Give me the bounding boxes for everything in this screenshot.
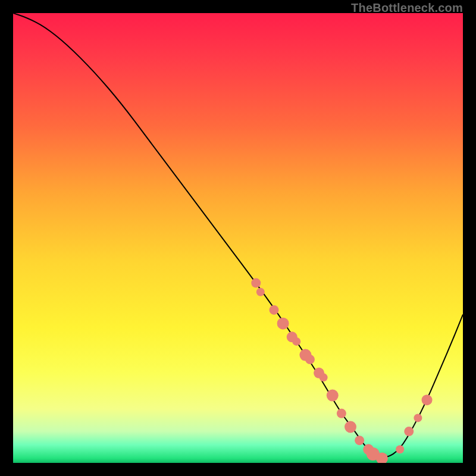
- data-dot: [337, 409, 346, 418]
- data-dot: [292, 337, 300, 346]
- chart-svg: [13, 13, 463, 463]
- data-dot: [305, 355, 315, 364]
- data-dot: [256, 288, 265, 296]
- chart-frame: [13, 13, 463, 463]
- data-dot: [269, 305, 278, 315]
- data-dot: [277, 318, 289, 330]
- data-dot: [327, 390, 339, 402]
- data-dot: [320, 373, 328, 381]
- data-dot: [345, 421, 356, 433]
- data-dot: [355, 436, 364, 445]
- data-dot: [404, 427, 414, 436]
- watermark-text: TheBottleneck.com: [351, 1, 463, 15]
- data-dot: [414, 414, 422, 422]
- data-dots-group: [251, 278, 432, 463]
- bottleneck-curve: [13, 13, 463, 457]
- data-dot: [422, 394, 433, 405]
- data-dot: [396, 445, 404, 453]
- data-dot: [251, 278, 261, 288]
